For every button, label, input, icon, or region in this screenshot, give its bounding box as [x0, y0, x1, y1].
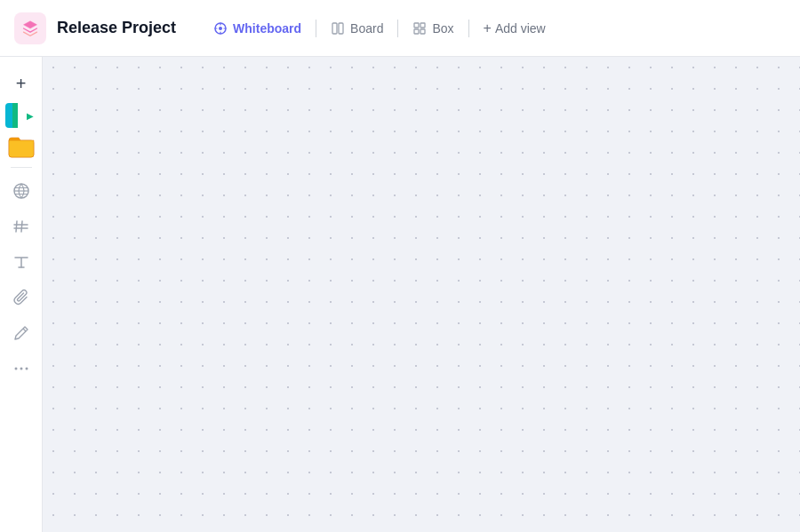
svg-rect-4	[414, 23, 419, 28]
svg-rect-6	[414, 29, 419, 34]
whiteboard-icon	[213, 21, 228, 36]
board-icon	[331, 21, 345, 36]
add-icon: +	[16, 74, 27, 94]
sidebar-hash-button[interactable]	[5, 210, 37, 242]
tab-divider-3	[468, 20, 469, 37]
hash-icon	[12, 218, 30, 235]
svg-point-10	[20, 368, 22, 370]
play-icon: ▶	[27, 111, 34, 121]
video-bar-green	[12, 103, 18, 128]
folder-icon	[7, 133, 36, 158]
tab-divider-1	[316, 20, 316, 37]
tab-board[interactable]: Board	[318, 16, 396, 41]
sidebar-add-button[interactable]: +	[5, 67, 37, 99]
svg-rect-5	[420, 23, 425, 28]
tab-board-label: Board	[350, 21, 383, 36]
main-content: + ▶	[0, 57, 800, 532]
nav-tabs: Whiteboard Board	[201, 15, 558, 42]
sidebar-draw-button[interactable]	[5, 317, 37, 349]
svg-point-1	[219, 27, 222, 30]
whiteboard-canvas[interactable]	[43, 57, 800, 532]
text-icon	[12, 253, 30, 271]
globe-icon	[12, 182, 30, 200]
svg-rect-7	[420, 29, 425, 34]
tab-divider-2	[397, 20, 398, 37]
draw-icon	[12, 324, 30, 342]
sidebar-folder-item[interactable]	[5, 131, 37, 160]
tab-box-label: Box	[432, 21, 453, 36]
more-icon	[12, 360, 30, 377]
sidebar-attach-button[interactable]	[5, 282, 37, 314]
sidebar-media-item[interactable]: ▶	[5, 103, 37, 128]
sidebar-globe-button[interactable]	[5, 175, 37, 207]
tab-whiteboard-label: Whiteboard	[233, 21, 301, 36]
svg-point-11	[25, 368, 28, 370]
box-icon	[412, 21, 427, 36]
svg-rect-3	[339, 23, 343, 34]
attach-icon	[12, 289, 30, 306]
sidebar-divider-1	[11, 167, 32, 168]
video-bar-blue	[5, 103, 12, 128]
add-view-plus-icon: +	[484, 20, 492, 36]
add-view-button[interactable]: + Add view	[471, 15, 558, 42]
add-view-label: Add view	[495, 21, 546, 36]
tab-whiteboard[interactable]: Whiteboard	[201, 16, 314, 41]
svg-rect-2	[332, 23, 337, 34]
tab-box[interactable]: Box	[400, 16, 466, 41]
sidebar-text-button[interactable]	[5, 246, 37, 278]
svg-point-9	[14, 368, 17, 370]
header: Release Project Whiteboard Board	[0, 0, 800, 57]
sidebar-more-button[interactable]	[5, 353, 37, 385]
project-title: Release Project	[57, 19, 176, 37]
project-icon	[14, 12, 46, 44]
sidebar: + ▶	[0, 57, 43, 532]
